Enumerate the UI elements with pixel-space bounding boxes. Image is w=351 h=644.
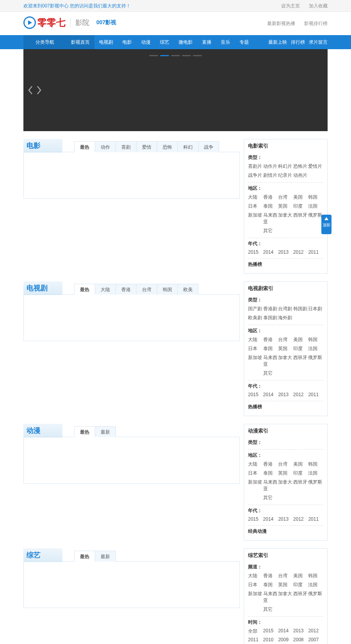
filter-link[interactable]: 马来西亚 <box>263 478 278 493</box>
filter-link[interactable]: 战争片 <box>248 171 263 180</box>
filter-link[interactable]: 新加坡 <box>248 478 263 493</box>
filter-link[interactable]: 纪录片 <box>278 171 293 180</box>
filter-link[interactable]: 动作片 <box>263 162 278 171</box>
section-title[interactable]: 综艺 <box>23 548 44 562</box>
filter-link[interactable]: 其它 <box>263 226 278 235</box>
filter-link[interactable]: 2015 <box>248 248 263 256</box>
tab-最热[interactable]: 最热 <box>74 551 95 562</box>
filter-link[interactable]: 2012 <box>293 391 308 398</box>
tab-最热[interactable]: 最热 <box>74 284 95 295</box>
filter-link[interactable]: 法国 <box>308 469 323 478</box>
nav-item-2[interactable]: 电影 <box>118 35 136 49</box>
tab-最新[interactable]: 最新 <box>95 426 116 437</box>
tab-台湾[interactable]: 台湾 <box>136 284 157 295</box>
filter-link[interactable]: 2011 <box>308 391 323 398</box>
filter-link[interactable]: 其它 <box>263 605 278 614</box>
filter-link[interactable]: 香港剧 <box>263 304 278 313</box>
filter-link[interactable]: 俄罗斯 <box>308 589 323 605</box>
section-title[interactable]: 电影 <box>23 139 44 152</box>
filter-link[interactable]: 科幻片 <box>278 162 293 171</box>
tab-恐怖[interactable]: 恐怖 <box>157 141 178 152</box>
tab-大陆[interactable]: 大陆 <box>95 284 116 295</box>
filter-link[interactable]: 台湾 <box>278 193 293 202</box>
tab-喜剧[interactable]: 喜剧 <box>115 141 136 152</box>
filter-link[interactable]: 2011 <box>248 636 263 644</box>
filter-link[interactable]: 加拿大 <box>278 478 293 493</box>
filter-link[interactable]: 2014 <box>263 248 278 256</box>
filter-link[interactable]: 2015 <box>248 391 263 398</box>
section-title[interactable]: 动漫 <box>23 424 44 437</box>
filter-link[interactable]: 2011 <box>308 515 323 523</box>
filter-link[interactable]: 2007 <box>308 636 323 644</box>
filter-link[interactable]: 西班牙 <box>293 478 308 493</box>
filter-link[interactable]: 印度 <box>293 580 308 589</box>
filter-link[interactable]: 喜剧片 <box>248 162 263 171</box>
filter-link[interactable]: 大陆 <box>248 571 263 580</box>
filter-link[interactable]: 2014 <box>263 391 278 398</box>
filter-link[interactable]: 剧情片 <box>263 171 278 180</box>
tab-最热[interactable]: 最热 <box>74 141 95 152</box>
filter-link[interactable]: 加拿大 <box>278 353 293 369</box>
filter-link[interactable]: 欧美剧 <box>248 313 263 322</box>
filter-link[interactable]: 2010 <box>263 636 278 644</box>
filter-link[interactable]: 日本 <box>248 469 263 478</box>
filter-link[interactable] <box>248 605 263 614</box>
filter-link[interactable]: 加拿大 <box>278 589 293 605</box>
nav-item-1[interactable]: 电视剧 <box>94 35 118 49</box>
filter-link[interactable]: 俄罗斯 <box>308 353 323 369</box>
slider-dots[interactable] <box>149 55 202 56</box>
header-rank-link[interactable]: 影视排行榜 <box>304 21 328 26</box>
filter-link[interactable]: 马来西亚 <box>263 589 278 605</box>
slider-next-icon[interactable] <box>36 85 42 95</box>
filter-link[interactable]: 西班牙 <box>293 353 308 369</box>
filter-link[interactable]: 俄罗斯 <box>308 478 323 493</box>
filter-link[interactable]: 日本 <box>248 344 263 353</box>
filter-link[interactable]: 2013 <box>278 515 293 523</box>
filter-link[interactable]: 香港 <box>263 193 278 202</box>
filter-link[interactable]: 2012 <box>293 515 308 523</box>
filter-link[interactable]: 韩国 <box>308 193 323 202</box>
filter-link[interactable]: 其它 <box>263 493 278 502</box>
filter-link[interactable]: 美国 <box>293 460 308 469</box>
filter-link[interactable]: 印度 <box>293 344 308 353</box>
filter-link[interactable]: 大陆 <box>248 193 263 202</box>
filter-link[interactable]: 印度 <box>293 469 308 478</box>
nav-item-4[interactable]: 综艺 <box>155 35 174 49</box>
nav-item-6[interactable]: 直播 <box>197 35 216 49</box>
filter-link[interactable]: 韩国剧 <box>293 304 308 313</box>
filter-link[interactable]: 2014 <box>278 627 293 636</box>
filter-link[interactable]: 加拿大 <box>278 211 293 226</box>
nav-right-2[interactable]: 求片留言 <box>309 39 328 45</box>
filter-link[interactable]: 英国 <box>278 202 293 211</box>
nav-right-1[interactable]: 排行榜 <box>291 39 305 45</box>
filter-link[interactable]: 2011 <box>308 248 323 256</box>
filter-link[interactable]: 香港 <box>263 460 278 469</box>
filter-link[interactable]: 香港 <box>263 335 278 344</box>
filter-link[interactable]: 美国 <box>293 193 308 202</box>
nav-item-7[interactable]: 音乐 <box>216 35 235 49</box>
tab-最新[interactable]: 最新 <box>95 551 116 562</box>
filter-link[interactable]: 动画片 <box>293 171 308 180</box>
filter-link[interactable]: 泰国 <box>263 580 278 589</box>
filter-link[interactable]: 全部 <box>248 627 263 636</box>
tab-战争[interactable]: 战争 <box>198 141 219 152</box>
filter-link[interactable]: 其它 <box>263 369 278 378</box>
filter-link[interactable]: 2014 <box>263 515 278 523</box>
filter-link[interactable]: 台湾 <box>278 460 293 469</box>
side-hot-label[interactable]: 热播榜 <box>248 401 323 413</box>
tab-科幻[interactable]: 科幻 <box>177 141 199 152</box>
filter-link[interactable]: 日本 <box>248 202 263 211</box>
filter-link[interactable]: 2008 <box>293 636 308 644</box>
filter-link[interactable]: 恐怖片 <box>293 162 308 171</box>
filter-link[interactable]: 美国 <box>293 571 308 580</box>
tab-香港[interactable]: 香港 <box>115 284 136 295</box>
filter-link[interactable]: 印度 <box>293 202 308 211</box>
filter-link[interactable]: 2009 <box>278 636 293 644</box>
filter-link[interactable]: 2012 <box>293 248 308 256</box>
filter-link[interactable]: 爱情片 <box>308 162 323 171</box>
filter-link[interactable]: 韩国 <box>308 335 323 344</box>
filter-link[interactable]: 大陆 <box>248 460 263 469</box>
back-to-top-button[interactable]: 顶部 <box>321 215 332 234</box>
filter-link[interactable]: 2012 <box>308 627 323 636</box>
tab-动作[interactable]: 动作 <box>95 141 116 152</box>
